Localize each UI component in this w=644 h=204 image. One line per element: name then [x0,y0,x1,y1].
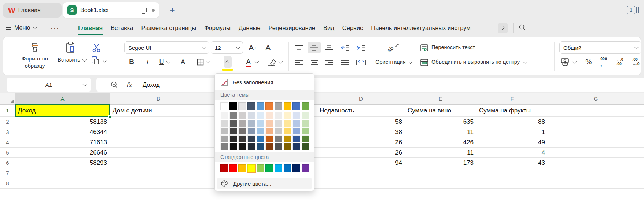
cell-B3[interactable] [110,127,207,137]
theme-tint-swatch[interactable] [220,120,228,127]
theme-tint-swatch[interactable] [247,120,255,127]
menu-tab-8[interactable]: Сервис [338,21,367,35]
theme-tint-swatch[interactable] [284,135,291,142]
cell-G4[interactable] [548,137,644,148]
cell-A3[interactable]: 46344 [15,127,110,137]
cell-A1[interactable]: Доход [15,105,110,117]
theme-color-swatch-9[interactable] [292,102,300,110]
cell-G5[interactable] [548,148,644,158]
formula-bar[interactable]: fx Доход [96,78,644,92]
new-tab-button[interactable]: + [167,4,178,15]
theme-tint-swatch[interactable] [292,143,300,150]
theme-tint-swatch[interactable] [247,135,255,142]
cell-A2[interactable]: 58138 [15,117,110,127]
row-header-1[interactable]: 1 [0,105,15,117]
cell-B5[interactable] [110,148,207,158]
cell-F4[interactable]: 49 [476,137,548,148]
theme-tint-swatch[interactable] [275,135,282,142]
justify-button[interactable] [338,58,352,67]
row-header-2[interactable]: 2 [0,117,15,127]
theme-tint-swatch[interactable] [229,127,237,135]
theme-tint-swatch[interactable] [238,143,246,150]
decrease-indent-button[interactable] [338,43,352,52]
monitor-icon[interactable] [140,8,147,12]
theme-tint-swatch[interactable] [229,120,237,127]
theme-tint-swatch[interactable] [220,127,228,135]
theme-color-swatch-1[interactable] [220,102,228,110]
theme-tint-swatch[interactable] [257,135,264,142]
column-header-D[interactable]: D [317,93,405,105]
merge-center-button[interactable]: Объединить и выровнять по центру [420,58,549,67]
cell-A4[interactable]: 71613 [15,137,110,148]
cell-E2[interactable]: 635 [405,117,476,127]
theme-tint-swatch[interactable] [238,135,246,142]
theme-tint-swatch[interactable] [229,143,237,150]
theme-tint-swatch[interactable] [220,135,228,142]
column-header-A[interactable]: A [15,93,110,105]
more-commands-button[interactable]: ··· [51,24,59,32]
theme-color-swatch-8[interactable] [284,102,291,110]
font-size-select[interactable]: 12 [211,41,243,54]
cell-B8[interactable] [110,178,207,189]
paste-button[interactable]: Вставить [55,55,88,65]
cut-button[interactable] [88,41,104,54]
font-name-select[interactable]: Segoe UI [124,41,209,54]
menu-tab-3[interactable]: Разметка страницы [137,21,200,35]
menu-tab-7[interactable]: Вид [319,21,338,35]
name-box[interactable]: A1 [7,78,91,92]
cell-D6[interactable]: 94 [317,158,405,168]
cell-G7[interactable] [548,168,644,178]
theme-tint-swatch[interactable] [265,120,273,127]
document-tab[interactable]: S Book1.xlsx [63,2,159,18]
cell-A6[interactable]: 58293 [15,158,110,168]
row-header-5[interactable]: 5 [0,148,15,158]
number-format-select[interactable]: Общий [559,41,641,54]
more-colors-option[interactable]: Другие цвета... [217,178,312,189]
bold-button[interactable]: B [126,56,137,68]
theme-tint-swatch[interactable] [220,143,228,150]
cell-E8[interactable] [405,178,476,189]
clear-format-button[interactable] [264,56,284,68]
ribbon-overflow-button[interactable] [498,23,508,33]
standard-color-swatch-6[interactable] [265,164,273,172]
theme-tint-swatch[interactable] [265,135,273,142]
theme-tint-swatch[interactable] [229,112,237,119]
cell-D2[interactable]: 58 [317,117,405,127]
align-right-button[interactable] [323,58,335,67]
theme-tint-swatch[interactable] [275,127,282,135]
cell-D5[interactable]: 26 [317,148,405,158]
theme-tint-swatch[interactable] [220,112,228,119]
standard-color-swatch-1[interactable] [220,164,228,172]
theme-tint-swatch[interactable] [275,143,282,150]
theme-color-swatch-10[interactable] [302,102,309,110]
select-all-corner[interactable] [0,93,15,105]
cell-B4[interactable] [110,137,207,148]
menu-tab-6[interactable]: Рецензирование [265,21,319,35]
standard-color-swatch-3[interactable] [238,164,246,172]
align-bottom-button[interactable] [323,43,335,52]
theme-tint-swatch[interactable] [302,143,309,150]
increase-decimal-button[interactable]: .00→.0 [629,56,643,68]
cell-G6[interactable] [548,158,644,168]
cell-D8[interactable] [317,178,405,189]
cell-B1[interactable]: Дом с детьми [110,105,207,117]
currency-format-button[interactable] [558,56,578,68]
fill-handle[interactable] [108,115,111,118]
align-middle-button[interactable] [308,42,321,53]
column-header-G[interactable]: G [548,93,644,105]
orientation-button[interactable]: Ориентация [372,58,415,67]
cell-G2[interactable] [548,117,644,127]
cell-E5[interactable]: 11 [405,148,476,158]
theme-tint-swatch[interactable] [247,127,255,135]
menu-tab-5[interactable]: Данные [235,21,265,35]
align-top-button[interactable] [293,43,305,52]
theme-tint-swatch[interactable] [238,112,246,119]
theme-tint-swatch[interactable] [265,112,273,119]
cell-G1[interactable] [548,105,644,117]
standard-color-swatch-9[interactable] [292,164,300,172]
theme-tint-swatch[interactable] [302,120,309,127]
menu-tab-4[interactable]: Формулы [200,21,235,35]
cell-F7[interactable] [476,168,548,178]
theme-tint-swatch[interactable] [284,127,291,135]
wrap-text-button[interactable]: Переносить текст [420,43,497,52]
